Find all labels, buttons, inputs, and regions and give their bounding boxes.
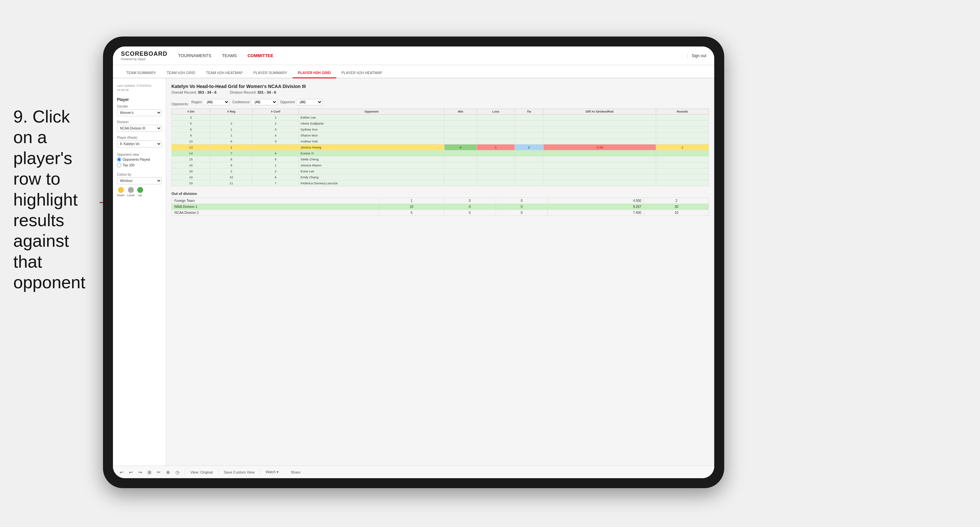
tab-team-h2h-grid[interactable]: TEAM H2H GRID — [161, 68, 200, 78]
region-filter-group: Region (All) — [191, 99, 230, 105]
radio-opponents-played: Opponents Played — [117, 157, 162, 162]
legend-down: Down — [117, 187, 124, 197]
filters-row: Opponents: Region (All) Conference (All) — [172, 98, 709, 106]
player-section-title: Player — [117, 97, 162, 102]
colour-by-label: Colour by — [117, 173, 162, 176]
main-content: Last Updated: 27/03/2024 16:55:28 Player… — [113, 78, 714, 478]
region-label: Region — [191, 100, 202, 104]
conference-filter-group: Conference (All) — [232, 99, 277, 105]
legend-up: Up — [137, 187, 143, 197]
col-loss: Loss — [477, 109, 515, 114]
watch-button[interactable]: Watch ▾ — [264, 469, 280, 475]
table-row[interactable]: 613 Sydney Kuo — [172, 127, 709, 132]
legend-up-label: Up — [138, 194, 142, 197]
tablet-screen: SCOREBOARD Powered by clippd TOURNAMENTS… — [113, 46, 714, 478]
out-of-division-title: Out of division — [172, 192, 709, 195]
table-row[interactable]: 522 Alexis Sudijianto — [172, 121, 709, 127]
radio-top100: Top 100 — [117, 163, 162, 167]
right-content: Katelyn Vo Head-to-Head Grid for Women's… — [166, 78, 714, 478]
conference-select[interactable]: (All) — [251, 99, 277, 105]
table-row[interactable]: 1585 Stella Cheng — [172, 156, 709, 162]
ood-row[interactable]: Foreign Team 1 0 0 4.500 2 — [172, 198, 709, 204]
radio-top100-input[interactable] — [117, 163, 121, 167]
nav-teams[interactable]: TEAMS — [222, 52, 237, 59]
colour-by-section: Colour by Win/loss Down Level — [117, 173, 162, 197]
division-field: Division NCAA Division III — [117, 120, 162, 132]
table-row[interactable]: 914 Sharon Mun — [172, 132, 709, 138]
radio-opponents-played-input[interactable] — [117, 157, 121, 162]
refresh-button[interactable]: ◷ — [174, 469, 181, 476]
gender-field: Gender Women's — [117, 105, 162, 116]
player-rank-field: Player (Rank) 8. Katelyn Vo — [117, 136, 162, 148]
player-rank-label: Player (Rank) — [117, 136, 162, 140]
opponents-label: Opponents: — [172, 102, 189, 106]
overall-record-label: Overall Record: 353 - 34 - 6 — [172, 90, 216, 94]
toolbar-divider-3 — [260, 469, 260, 476]
ood-row[interactable]: NCAA Division 2 5 0 0 7.400 10 — [172, 210, 709, 216]
left-panel: Last Updated: 27/03/2024 16:55:28 Player… — [113, 78, 166, 478]
last-updated: Last Updated: 27/03/2024 16:55:28 — [117, 84, 162, 92]
opponent-filter-group: Opponent (All) — [280, 99, 323, 105]
table-row[interactable]: 1691 Jessica Mason — [172, 162, 709, 168]
gender-select[interactable]: Women's — [117, 109, 162, 116]
col-reg: # Reg — [210, 109, 253, 114]
legend: Down Level Up — [117, 187, 162, 197]
save-custom-view-button[interactable]: Save Custom View — [223, 470, 256, 475]
view-original-button[interactable]: View: Original — [189, 470, 214, 475]
player-rank-select[interactable]: 8. Katelyn Vo — [117, 140, 162, 148]
table-row[interactable]: 20117 Federica Domecq Lacroze — [172, 180, 709, 186]
grid-button[interactable]: ⊞ — [146, 469, 153, 476]
toolbar-divider-2 — [218, 469, 219, 476]
legend-up-dot — [137, 187, 143, 193]
conference-label: Conference — [232, 100, 250, 104]
grid-title: Katelyn Vo Head-to-Head Grid for Women's… — [172, 84, 709, 89]
tab-team-h2h-heatmap[interactable]: TEAM H2H HEATMAP — [200, 68, 248, 78]
nav-tournaments[interactable]: TOURNAMENTS — [178, 52, 211, 59]
division-select[interactable]: NCAA Division III — [117, 125, 162, 132]
redo-button[interactable]: ↩ — [127, 469, 134, 476]
col-div: # Div — [172, 109, 210, 114]
cut-button[interactable]: ✂ — [156, 469, 162, 476]
col-opponent: Opponent — [299, 109, 444, 114]
annotation-text: 9. Click on a player's row to highlight … — [13, 106, 93, 293]
tablet-shell: SCOREBOARD Powered by clippd TOURNAMENTS… — [103, 37, 724, 488]
legend-level-label: Level — [127, 194, 135, 197]
table-row[interactable]: 1063 Andrea York — [172, 138, 709, 144]
share-button[interactable]: Share — [290, 470, 302, 475]
h2h-grid-table: # Div # Reg # Conf Opponent Win Loss Tie… — [172, 109, 709, 186]
bottom-toolbar: ↩ ↩ ↪ ⊞ ✂ ⊕ ◷ View: Original Save Custom… — [113, 465, 714, 478]
col-tie: Tie — [515, 109, 543, 114]
table-row[interactable]: 1822 Euna Lee — [172, 168, 709, 175]
tab-player-h2h-heatmap[interactable]: PLAYER H2H HEATMAP — [336, 68, 388, 78]
nav-items: TOURNAMENTS TEAMS COMMITTEE — [178, 52, 684, 59]
table-row[interactable]: 31 Esther Lee — [172, 114, 709, 121]
table-row[interactable]: 19106 Emily Chang — [172, 175, 709, 180]
legend-level: Level — [127, 187, 135, 197]
sign-out-button[interactable]: Sign out — [692, 54, 706, 58]
add-button[interactable]: ⊕ — [165, 469, 172, 476]
opponent-select[interactable]: (All) — [296, 99, 323, 105]
forward-button[interactable]: ↪ — [137, 469, 143, 476]
colour-by-select[interactable]: Win/loss — [117, 177, 162, 184]
tab-player-h2h-grid[interactable]: PLAYER H2H GRID — [293, 68, 336, 78]
table-row-highlighted[interactable]: 131 Jessica Huang 0 1 0 -3.00 2 — [172, 144, 709, 151]
col-conf: # Conf — [253, 109, 299, 114]
out-of-division-section: Out of division Foreign Team 1 0 0 4.500… — [172, 192, 709, 216]
sub-nav: TEAM SUMMARY TEAM H2H GRID TEAM H2H HEAT… — [113, 65, 714, 78]
nav-bar: SCOREBOARD Powered by clippd TOURNAMENTS… — [113, 46, 714, 65]
table-row[interactable]: 1474 Eunice Yi — [172, 151, 709, 156]
region-select[interactable]: (All) — [203, 99, 229, 105]
col-rounds: Rounds — [656, 109, 709, 114]
logo: SCOREBOARD Powered by clippd — [121, 51, 167, 61]
tab-player-summary[interactable]: PLAYER SUMMARY — [248, 68, 293, 78]
nav-right: | Sign out — [684, 54, 706, 58]
gender-label: Gender — [117, 105, 162, 108]
nav-committee[interactable]: COMMITTEE — [248, 52, 274, 59]
legend-down-label: Down — [117, 194, 124, 197]
tab-team-summary[interactable]: TEAM SUMMARY — [121, 68, 161, 78]
logo-subtitle: Powered by clippd — [121, 57, 167, 61]
undo-button[interactable]: ↩ — [118, 469, 125, 476]
legend-down-dot — [118, 187, 124, 193]
col-diff: Diff Av Strokes/Rnd — [543, 109, 656, 114]
ood-row[interactable]: NAIA Division 1 15 0 0 9.267 30 — [172, 204, 709, 210]
